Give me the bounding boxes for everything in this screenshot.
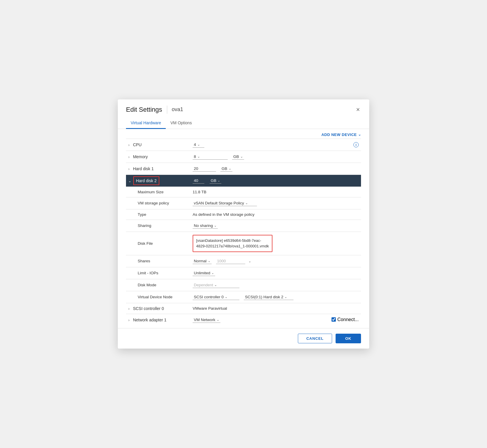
vdn-select2[interactable]: SCSI(0:1) Hard disk 2 ⌄: [244, 294, 293, 300]
type-value: As defined in the VM storage policy: [190, 209, 322, 220]
connect-checkbox-label[interactable]: Connect...: [331, 317, 359, 322]
shares-value: Normal ⌄ 1000 ⌄: [190, 255, 322, 267]
sharing-label: Sharing: [126, 220, 190, 232]
limit-iops-label: Limit - IOPs: [126, 267, 190, 279]
chevron-down-icon: ⌄: [197, 155, 200, 158]
close-button[interactable]: ×: [355, 105, 361, 114]
type-row: Type As defined in the VM storage policy: [126, 209, 361, 220]
memory-row: › Memory 8 ⌄ GB ⌄: [126, 151, 361, 163]
cpu-value: 4 ⌄: [190, 139, 322, 151]
dialog-header: Edit Settings ova1 ×: [118, 99, 369, 114]
chevron-down-icon: ⌄: [217, 318, 219, 322]
memory-unit-select[interactable]: GB ⌄: [232, 154, 244, 160]
shares-label: Shares: [126, 255, 190, 267]
chevron-down-icon: ⌄: [208, 259, 210, 263]
memory-label: › Memory: [126, 151, 190, 163]
cpu-label: › CPU: [126, 139, 190, 151]
hardware-table: › CPU 4 ⌄ i › Memory: [126, 139, 361, 326]
limit-iops-row: Limit - IOPs Unlimited ⌄: [126, 267, 361, 279]
scsi-controller-value: VMware Paravirtual: [190, 303, 322, 314]
hard-disk-1-value: 20 GB ⌄: [190, 163, 322, 175]
hard-disk-2-value: 40 GB ⌄: [190, 175, 322, 187]
memory-expander[interactable]: ›: [128, 155, 129, 159]
disk-file-path: [vsanDatastore] e6539d64-5bd8-7eac-4829-…: [193, 235, 272, 252]
sharing-select[interactable]: No sharing ⌄: [193, 223, 218, 229]
dialog-title: Edit Settings: [126, 106, 162, 113]
limit-iops-value: Unlimited ⌄: [190, 267, 322, 279]
toolbar: ADD NEW DEVICE ⌄: [118, 129, 369, 139]
vm-storage-policy-label: VM storage policy: [126, 197, 190, 209]
chevron-down-icon: ⌄: [197, 143, 200, 147]
virtual-device-node-row: Virtual Device Node SCSI controller 0 ⌄ …: [126, 291, 361, 303]
connect-checkbox[interactable]: [331, 317, 336, 322]
limit-iops-select[interactable]: Unlimited ⌄: [193, 270, 215, 276]
shares-row: Shares Normal ⌄ 1000 ⌄: [126, 255, 361, 267]
virtual-device-node-label: Virtual Device Node: [126, 291, 190, 303]
hard-disk-1-label: › Hard disk 1: [126, 163, 190, 175]
hard-disk-2-header-row: ⌄ Hard disk 2 40 GB ⌄: [126, 175, 361, 187]
dialog-footer: CANCEL OK: [118, 328, 369, 349]
maximum-size-value: 11.8 TB: [190, 187, 322, 197]
hard-disk-1-expander[interactable]: ›: [128, 167, 129, 171]
shares-select[interactable]: Normal ⌄: [193, 258, 212, 264]
hardware-content: › CPU 4 ⌄ i › Memory: [118, 139, 369, 326]
network-adapter-row: › Network adapter 1 VM Network ⌄ Connect…: [126, 314, 361, 326]
hard-disk-1-row: › Hard disk 1 20 GB ⌄: [126, 163, 361, 175]
disk-file-label: Disk File: [126, 232, 190, 255]
cpu-select[interactable]: 4 ⌄: [193, 142, 204, 148]
sharing-row: Sharing No sharing ⌄: [126, 220, 361, 232]
hard-disk-2-expander[interactable]: ⌄: [128, 179, 131, 183]
disk-mode-select[interactable]: Dependent ⌄: [193, 282, 239, 288]
shares-input[interactable]: 1000: [216, 258, 245, 264]
type-label: Type: [126, 209, 190, 220]
hard-disk-2-unit-select[interactable]: GB ⌄: [210, 178, 222, 184]
vdn-select1[interactable]: SCSI controller 0 ⌄: [193, 294, 239, 300]
info-icon[interactable]: i: [353, 142, 359, 147]
chevron-down-icon: ⌄: [358, 132, 361, 137]
tab-vm-options[interactable]: VM Options: [166, 118, 196, 129]
chevron-down-icon: ⌄: [245, 201, 248, 205]
scsi-controller-row: › SCSI controller 0 VMware Paravirtual: [126, 303, 361, 314]
vm-storage-policy-row: VM storage policy vSAN Default Storage P…: [126, 197, 361, 209]
scsi-controller-expander[interactable]: ›: [128, 307, 129, 311]
disk-mode-row: Disk Mode Dependent ⌄: [126, 279, 361, 291]
connect-label: Connect...: [337, 317, 359, 322]
disk-mode-label: Disk Mode: [126, 279, 190, 291]
add-new-device-button[interactable]: ADD NEW DEVICE ⌄: [321, 132, 361, 137]
network-adapter-label: › Network adapter 1: [126, 314, 190, 326]
tabs-container: Virtual Hardware VM Options: [118, 118, 369, 129]
disk-mode-value: Dependent ⌄: [190, 279, 322, 291]
chevron-down-icon: ⌄: [225, 295, 227, 299]
chevron-down-icon: ⌄: [211, 271, 214, 275]
memory-select[interactable]: 8 ⌄: [193, 154, 228, 160]
maximum-size-row: Maximum Size 11.8 TB: [126, 187, 361, 197]
virtual-device-node-value: SCSI controller 0 ⌄ SCSI(0:1) Hard disk …: [190, 291, 322, 303]
hard-disk-1-select[interactable]: 20: [193, 166, 216, 172]
network-adapter-value: VM Network ⌄: [190, 314, 322, 326]
maximum-size-label: Maximum Size: [126, 187, 190, 197]
ok-button[interactable]: OK: [336, 334, 361, 343]
cpu-row: › CPU 4 ⌄ i: [126, 139, 361, 151]
hard-disk-1-unit-select[interactable]: GB ⌄: [220, 166, 232, 172]
memory-value: 8 ⌄ GB ⌄: [190, 151, 322, 163]
vm-storage-policy-value: vSAN Default Storage Policy ⌄: [190, 197, 322, 209]
cpu-expander[interactable]: ›: [128, 143, 129, 147]
vm-storage-policy-select[interactable]: vSAN Default Storage Policy ⌄: [193, 200, 257, 206]
chevron-down-icon: ⌄: [214, 224, 217, 228]
chevron-down-icon: ⌄: [229, 167, 231, 170]
chevron-down-icon: ⌄: [217, 179, 220, 182]
tab-virtual-hardware[interactable]: Virtual Hardware: [126, 118, 166, 129]
network-adapter-select[interactable]: VM Network ⌄: [193, 317, 220, 323]
hard-disk-2-select[interactable]: 40: [193, 178, 204, 184]
title-area: Edit Settings ova1: [126, 106, 183, 114]
edit-settings-dialog: Edit Settings ova1 × Virtual Hardware VM…: [118, 99, 369, 349]
chevron-down-icon: ⌄: [214, 283, 217, 287]
disk-file-row: Disk File [vsanDatastore] e6539d64-5bd8-…: [126, 232, 361, 255]
cancel-button[interactable]: CANCEL: [298, 334, 332, 343]
chevron-down-icon: ⌄: [240, 155, 243, 158]
network-adapter-expander[interactable]: ›: [128, 318, 129, 322]
chevron-down-icon: ⌄: [284, 295, 287, 299]
chevron-down-icon: ⌄: [248, 259, 251, 263]
sharing-value: No sharing ⌄: [190, 220, 322, 232]
title-divider: [167, 106, 167, 114]
